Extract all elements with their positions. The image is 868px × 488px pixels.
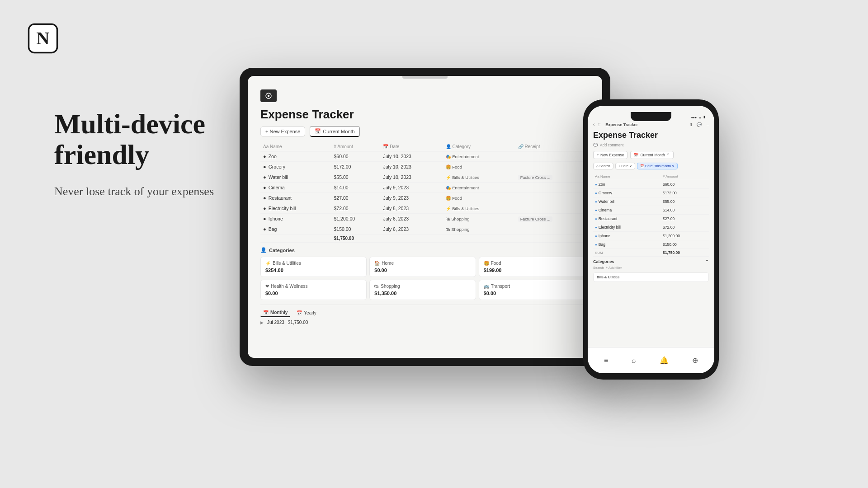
- comment-icon[interactable]: 💬: [697, 122, 702, 127]
- phone-row-icon: ●: [595, 208, 597, 212]
- category-card[interactable]: 🚌Transport$0.00: [479, 280, 585, 300]
- tablet-content: Expense Tracker + New Expense 📅 Current …: [248, 76, 602, 358]
- table-row[interactable]: ●Water bill $55.00 July 10, 2023 ⚡ Bills…: [260, 172, 590, 183]
- table-row[interactable]: ●Cinema $14.00 July 9, 2023 🎭 Entertainm…: [260, 183, 590, 193]
- cat-amount: $1,350.00: [374, 291, 471, 296]
- table-row[interactable]: ●Bag $150.00 July 6, 2023 🛍 Shopping: [260, 224, 590, 235]
- phone-nav-list[interactable]: ≡: [604, 357, 608, 365]
- phone-date-filter[interactable]: + Date ∨: [615, 163, 635, 169]
- phone-row-icon: ●: [595, 234, 597, 238]
- monthly-tab[interactable]: 📅 Monthly: [260, 309, 290, 317]
- phone-nav-app-icon: ⬚: [598, 122, 602, 127]
- row-icon: ●: [263, 185, 266, 190]
- comment-small-icon: 💬: [593, 143, 598, 147]
- phone-row-icon: ●: [595, 191, 597, 195]
- phone-row-icon: ●: [595, 183, 597, 187]
- phone-row-icon: ●: [595, 225, 597, 230]
- battery-icon: ▮: [703, 115, 705, 119]
- current-month-button[interactable]: 📅 Current Month: [310, 126, 359, 137]
- phone-device: ●●● ▲ ▮ ‹ ⬚ Expense Tracker ⬆ 💬 ···: [583, 99, 719, 380]
- new-expense-button[interactable]: + New Expense: [260, 127, 305, 136]
- phone-nav-title: Expense Tracker: [605, 122, 638, 127]
- row-icon: ●: [263, 174, 266, 180]
- phone-current-month[interactable]: 📅 Current Month ⌃: [630, 151, 673, 159]
- cat-icon: 🛍: [374, 284, 379, 289]
- cat-name: ⚡Bills & Utilities: [265, 261, 362, 266]
- phone-table-row[interactable]: ●Grocery $172.00: [593, 189, 709, 197]
- calendar-icon: 📅: [315, 128, 321, 134]
- phone-button-row: + New Expense 📅 Current Month ⌃: [593, 151, 709, 159]
- phone-bottom-nav: ≡ ⌕ 🔔 ⊕: [588, 347, 714, 373]
- tablet-notch: [402, 76, 448, 79]
- phone-cat-search-row: Search + Add filter: [593, 266, 709, 270]
- cat-amount: $199.00: [484, 267, 580, 273]
- category-card[interactable]: 🏠Home$0.00: [369, 257, 476, 277]
- phone-cat-name: Bills & Utilities: [597, 275, 619, 279]
- category-card[interactable]: 🍔Food$199.00: [479, 257, 585, 277]
- monthly-summary-row: ▶ Jul 2023 $1,750.00: [260, 320, 590, 325]
- phone-col-amount: # Amount: [661, 173, 709, 180]
- hero-text-section: Multi-device friendly Never lose track o…: [54, 108, 244, 200]
- table-row[interactable]: ●Restaurant $27.00 July 9, 2023 🍔 Food: [260, 193, 590, 203]
- phone-expense-table: Aa Name # Amount ●Zoo $60.00 ●Grocery $1…: [593, 173, 709, 257]
- phone-screen: ●●● ▲ ▮ ‹ ⬚ Expense Tracker ⬆ 💬 ···: [588, 106, 714, 373]
- tablet-app-title: Expense Tracker: [260, 108, 590, 122]
- phone-table-row[interactable]: ●Electricity bill $72.00: [593, 223, 709, 232]
- phone-cat-partial: Bills & Utilities: [593, 272, 709, 282]
- table-row[interactable]: ●Iphone $1,200.00 July 6, 2023 🛍 Shoppin…: [260, 214, 590, 224]
- categories-section: 👤 Categories ⚡Bills & Utilities$254.00🏠H…: [260, 247, 590, 300]
- phone-table-row[interactable]: ●Restaurant $27.00: [593, 215, 709, 223]
- phone-new-expense[interactable]: + New Expense: [593, 151, 627, 159]
- row-icon: ●: [263, 216, 266, 221]
- col-category: 👤 Category: [443, 142, 515, 151]
- phone-nav-add[interactable]: ⊕: [692, 356, 698, 365]
- category-card[interactable]: ❤Health & Wellness$0.00: [260, 280, 367, 300]
- phone-this-month-filter[interactable]: 📅 Date: This month ∨: [637, 163, 678, 169]
- table-row[interactable]: ●Zoo $60.00 July 10, 2023 🎭 Entertainmen…: [260, 151, 590, 162]
- phone-add-comment[interactable]: 💬 Add comment: [593, 143, 709, 147]
- cat-name: 🚌Transport: [484, 284, 580, 289]
- table-row[interactable]: ●Grocery $172.00 July 10, 2023 🍔 Food: [260, 162, 590, 172]
- phone-table-row[interactable]: ●Cinema $14.00: [593, 206, 709, 215]
- phone-row-icon: ●: [595, 243, 597, 247]
- phone-cat-expand[interactable]: ⌃: [705, 259, 709, 264]
- category-card[interactable]: ⚡Bills & Utilities$254.00: [260, 257, 367, 277]
- date-filter-icon: +: [618, 164, 620, 168]
- tablet-device: Expense Tracker + New Expense 📅 Current …: [240, 68, 610, 366]
- table-row[interactable]: ●Electricity bill $72.00 July 8, 2023 ⚡ …: [260, 203, 590, 214]
- back-icon[interactable]: ‹: [593, 122, 594, 127]
- app-icon: [260, 89, 277, 102]
- cat-icon: ❤: [265, 284, 269, 289]
- cat-amount: $0.00: [484, 291, 580, 296]
- wifi-icon: ▲: [698, 116, 702, 119]
- categories-header: 👤 Categories: [260, 247, 590, 253]
- cat-name: 🍔Food: [484, 261, 580, 266]
- yearly-tab[interactable]: 📅 Yearly: [294, 309, 319, 317]
- phone-cal-chevron: ⌃: [666, 153, 670, 157]
- phone-search-filter[interactable]: ⌕ Search: [593, 163, 613, 169]
- row-icon: ●: [263, 206, 266, 211]
- phone-cat-add-filter[interactable]: + Add filter: [606, 266, 622, 270]
- phone-cat-search[interactable]: Search: [593, 266, 604, 270]
- phone-table-row[interactable]: ●Bag $150.00: [593, 240, 709, 249]
- cat-icon: 🍔: [484, 261, 489, 266]
- phone-nav-bell[interactable]: 🔔: [660, 356, 669, 365]
- row-icon: ●: [263, 164, 266, 169]
- tablet-button-row: + New Expense 📅 Current Month: [260, 126, 590, 137]
- col-receipt: 🔗 Receipt: [515, 142, 590, 151]
- expense-table: Aa Name # Amount 📅 Date 👤 Category 🔗 Rec…: [260, 142, 590, 243]
- phone-nav-search[interactable]: ⌕: [632, 357, 636, 365]
- category-card[interactable]: 🛍Shopping$1,350.00: [369, 280, 476, 300]
- phone-table-row[interactable]: ●Iphone $1,200.00: [593, 232, 709, 240]
- cat-icon: 🏠: [374, 261, 380, 266]
- phone-sum-row: SUM$1,750.00: [593, 249, 709, 257]
- phone-cat-label: Categories: [593, 259, 614, 264]
- share-icon[interactable]: ⬆: [689, 122, 693, 127]
- phone-table-row[interactable]: ●Water bill $55.00: [593, 197, 709, 206]
- phone-table-row[interactable]: ●Zoo $60.00: [593, 180, 709, 189]
- expand-icon: ▶: [260, 320, 264, 325]
- phone-categories-header: Categories ⌃: [593, 259, 709, 264]
- phone-content: ‹ ⬚ Expense Tracker ⬆ 💬 ··· Expense Trac…: [588, 106, 714, 373]
- notion-logo: N: [27, 23, 59, 54]
- more-icon[interactable]: ···: [705, 122, 709, 127]
